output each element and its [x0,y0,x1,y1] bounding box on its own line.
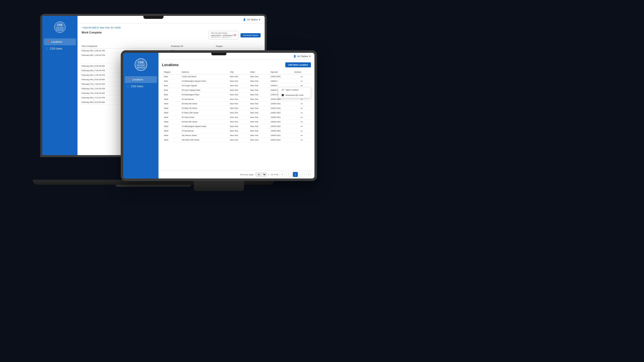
pagination-range: 1 - 20 of 58 [268,173,278,176]
col-header-zipcode: Zipcode [269,70,293,74]
cell-state: New York [248,97,269,102]
actions-button[interactable]: ••• [292,129,311,133]
actions-button[interactable]: ••• [292,74,311,79]
actions-button[interactable]: ••• [292,138,311,142]
tablet-logo-area: CSS BUILDING SERVICES [123,55,158,74]
sidebar-item-locations[interactable]: 📍 Locations [44,38,76,45]
actions-button[interactable]: ••• [292,111,311,115]
actions-button[interactable]: ••• [292,79,311,83]
tablet-sidebar-item-css-users[interactable]: 👤 CSS Users [123,83,158,90]
actions-button[interactable]: ••• [292,102,311,106]
cell-address: 25 Union Square East [180,88,228,93]
cell-address: 345 West 24th Street [180,138,228,142]
close-icon[interactable]: ✕ [259,18,261,21]
calendar-icon[interactable]: 📅 [234,34,236,37]
actions-button[interactable]: ••• [292,120,311,124]
laptop-header: 👤 Vic Tartera ✕ [77,16,265,23]
date-range-value: 02/01/2024 - 02/09/2024 [211,34,233,37]
cell-region: West [162,102,180,106]
cell-state: New York [248,124,269,129]
table-row: West 47 West 13th Street New York New Yo… [162,111,311,115]
cell-zipcode: 10005-4201 [269,120,293,124]
cell-zipcode: 10005-4201 [269,129,293,133]
actions-button[interactable]: ••• [292,115,311,120]
cell-address: 70 Washington Square South [180,124,228,129]
cell-state: New York [248,83,269,88]
actions-button[interactable]: ••• [292,106,311,111]
cell-state: New York [248,74,269,79]
table-row: West 40 West 7th Street New York New Yor… [162,106,311,111]
cell-city: New York [228,79,248,83]
cell-state: New York [248,133,269,138]
last-page-button[interactable]: » [306,172,311,177]
actions-dropdown: 🔗 Open Location ⬛ Download QR Code [278,87,311,98]
laptop-notch [143,16,164,19]
sidebar-users-label: CSS Users [50,47,62,50]
cell-address: 47 West 13th Street [180,111,228,115]
col-header-address: Address [180,70,228,74]
cell-city: New York [228,120,248,124]
svg-text:BUILDING: BUILDING [137,64,145,66]
cell-zipcode: 10005-4201 [269,74,293,79]
cell-city: New York [228,106,248,111]
actions-button[interactable]: ••• [292,133,311,138]
svg-text:BUILDING: BUILDING [56,27,64,29]
table-row: West 181 Mercer Street New York New York… [162,133,311,138]
table-row: East 19 Washington Square North New York… [162,79,311,83]
actions-button[interactable]: ••• [292,124,311,129]
tablet-stand [194,181,244,191]
date-filter-box[interactable]: Filter By Date Range 02/01/2024 - 02/09/… [209,31,238,39]
date-placeholder: MM/DD/YYYY - MM/DD/YYYY [211,37,236,38]
cell-region: East [162,88,180,93]
tablet-body: CSS BUILDING SERVICES 📍 Locations 👤 CSS … [121,50,317,181]
cell-city: New York [228,138,248,142]
tablet-close-icon[interactable]: ✕ [309,55,311,58]
pagination-bar: Items per page: 20 50 100 1 - 20 of 58 «… [158,170,314,178]
cell-address: 1 East 2nd Street [180,74,228,79]
locations-table: Region Address City State Zipcode Action… [162,70,311,142]
open-location-label: Open Location [286,89,299,91]
cell-region: East [162,79,180,83]
laptop-table-header: Time Completed Employee ID Images [82,44,261,49]
per-page-select[interactable]: 20 50 100 [256,172,267,177]
cell-city: New York [228,88,248,93]
table-head: Region Address City State Zipcode Action… [162,70,311,74]
tablet-header: 👤 Vic Tartera ✕ [158,53,314,60]
laptop-logo-area: CSS BUILDING SERVICES [42,19,77,35]
cell-state: New York [248,111,269,115]
prev-page-button[interactable]: ‹ [286,172,291,177]
current-page-button[interactable]: 1 [293,172,298,177]
col-header-actions: Actions [292,70,311,74]
cell-zipcode: 10005-4201 [269,133,293,138]
open-location-icon: 🔗 [281,89,284,91]
open-location-menu-item[interactable]: 🔗 Open Location [278,87,311,93]
download-qr-menu-item[interactable]: ⬛ Download QR Code [278,93,311,98]
cell-state: New York [248,115,269,120]
tablet-location-icon: 📍 [128,78,131,81]
user-icon: 👤 [243,18,246,21]
tablet-content: Locations Add New Location Region Addres… [158,60,314,170]
generate-report-button[interactable]: Generate Report [240,33,261,37]
sidebar-item-css-users[interactable]: 👤 CSS Users [42,45,77,52]
cell-state: New York [248,79,269,83]
cell-region: West [162,97,180,102]
tablet-sidebar-item-locations[interactable]: 📍 Locations [125,76,157,83]
col-images: Images [216,45,261,47]
back-link[interactable]: ‹ East 95 Wall St, New York, NY 10005 [82,26,261,29]
cell-region: West [162,115,180,120]
cell-address: 20 Cooper Square [180,83,228,88]
tablet-css-logo-icon: CSS BUILDING SERVICES [134,58,148,72]
css-logo-icon: CSS BUILDING SERVICES [54,21,66,33]
add-new-location-button[interactable]: Add New Location [285,62,311,67]
cell-zipcode: 10005-4 [269,79,293,83]
cell-region: West [162,138,180,142]
first-page-button[interactable]: « [280,172,285,177]
next-page-button[interactable]: › [299,172,304,177]
tablet-page-header: Locations Add New Location [162,62,311,67]
filter-label: Filter By Date Range [211,32,236,34]
actions-button[interactable]: ••• 🔗 Open Location ⬛ [292,83,311,88]
cell-address: 73 3rd Avenue [180,129,228,133]
cell-region: West [162,124,180,129]
table-row: West 73 3rd Avenue New York New York 100… [162,129,311,133]
cell-city: New York [228,115,248,120]
